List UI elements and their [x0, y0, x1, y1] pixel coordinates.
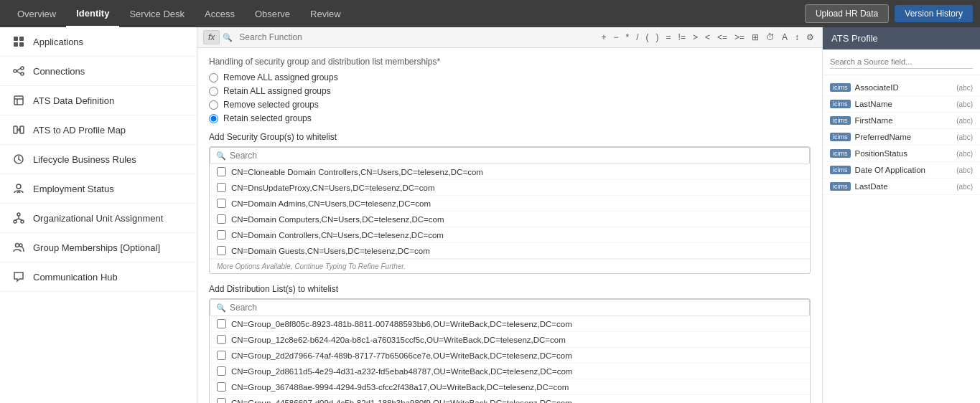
ats-field-type-3: (abc) — [956, 133, 973, 141]
employment-icon — [11, 181, 26, 196]
sidebar-item-lifecycle-business-rules[interactable]: Lifecycle Business Rules — [0, 145, 197, 174]
formula-gte[interactable]: >= — [732, 32, 747, 43]
dist-group-item: CN=Group_2d2d7966-74af-489b-8717-77b6506… — [210, 348, 810, 364]
security-search-input[interactable] — [230, 151, 803, 161]
sidebar-item-employment-status[interactable]: Employment Status — [0, 174, 197, 204]
sidebar-item-applications[interactable]: Applications — [0, 27, 197, 57]
nav-overview[interactable]: Overview — [7, 0, 66, 27]
ats-source-badge-0: icims — [830, 83, 851, 92]
ats-panel-header: ATS Profile — [823, 27, 980, 49]
formula-minus[interactable]: − — [612, 32, 621, 43]
ats-field-type-5: (abc) — [956, 166, 973, 174]
formula-open-paren[interactable]: ( — [644, 32, 651, 43]
upload-hr-data-button[interactable]: Upload HR Data — [805, 4, 889, 23]
ats-field-name-5: Date Of Application — [855, 166, 953, 174]
radio-remove-all-input[interactable] — [209, 73, 218, 82]
ats-field-type-0: (abc) — [956, 84, 973, 92]
security-group-check-3[interactable] — [217, 214, 226, 224]
security-search-icon: 🔍 — [216, 151, 226, 161]
nav-review[interactable]: Review — [300, 0, 351, 27]
svg-point-23 — [16, 244, 19, 247]
formula-divide[interactable]: / — [634, 32, 640, 43]
security-group-check-0[interactable] — [217, 167, 226, 176]
radio-retain-all-input[interactable] — [209, 87, 218, 96]
ats-field-row-0: icims AssociateID (abc) — [823, 80, 980, 96]
formula-text[interactable]: A — [780, 32, 790, 43]
formula-search-icon: 🔍 — [223, 33, 233, 42]
dist-group-item: CN=Group_367488ae-9994-4294-9d53-cfcc2f4… — [210, 379, 810, 395]
ats-source-badge-4: icims — [830, 149, 851, 158]
nav-service-desk[interactable]: Service Desk — [119, 0, 195, 27]
security-group-check-4[interactable] — [217, 230, 226, 240]
dist-group-check-2[interactable] — [217, 351, 226, 360]
security-group-text-5: CN=Domain Guests,CN=Users,DC=telesenz,DC… — [231, 247, 430, 255]
sidebar-item-group-memberships[interactable]: Group Memberships [Optional] — [0, 233, 197, 262]
radio-retain-all[interactable]: Retain ALL assigned groups — [209, 86, 811, 96]
sidebar-item-ats-data-definition[interactable]: ATS Data Definition — [0, 86, 197, 115]
dist-group-text-4: CN=Group_367488ae-9994-4294-9d53-cfcc2f4… — [231, 383, 569, 392]
formula-not-equals[interactable]: != — [676, 32, 688, 43]
version-history-button[interactable]: Version History — [895, 5, 973, 22]
formula-close-paren[interactable]: ) — [654, 32, 661, 43]
main-content: fx 🔍 + − * / ( ) = != > < <= >= ⊞ ⏱ A ↕ … — [197, 27, 822, 403]
dist-group-text-5: CN=Group_44586697-d09d-4c5b-82d1-188b3ba… — [231, 399, 572, 404]
ats-search-input[interactable] — [830, 55, 973, 69]
security-group-text-4: CN=Domain Controllers,CN=Users,DC=telese… — [231, 231, 444, 240]
svg-rect-12 — [14, 126, 17, 133]
security-group-text-1: CN=DnsUpdateProxy,CN=Users,DC=telesenz,D… — [231, 184, 435, 192]
content-body: Handling of security group and distribut… — [197, 48, 822, 403]
formula-plus[interactable]: + — [599, 32, 609, 43]
formula-sort[interactable]: ↕ — [793, 32, 801, 43]
sidebar-item-communication-hub[interactable]: Communication Hub — [0, 262, 197, 292]
security-group-item: CN=Domain Guests,CN=Users,DC=telesenz,DC… — [210, 243, 810, 259]
nav-access[interactable]: Access — [195, 0, 245, 27]
formula-input[interactable] — [239, 32, 596, 42]
radio-remove-selected[interactable]: Remove selected groups — [209, 100, 811, 110]
security-group-text-3: CN=Domain Computers,CN=Users,DC=telesenz… — [231, 215, 444, 224]
ats-field-name-1: LastName — [855, 100, 953, 108]
svg-point-18 — [14, 220, 17, 223]
radio-remove-all[interactable]: Remove ALL assigned groups — [209, 72, 811, 82]
formula-gt[interactable]: > — [691, 32, 700, 43]
ats-source-badge-1: icims — [830, 100, 851, 108]
radio-retain-selected-label: Retain selected groups — [223, 113, 312, 123]
dist-group-check-3[interactable] — [217, 366, 226, 376]
radio-remove-selected-label: Remove selected groups — [223, 100, 319, 110]
dist-search-input[interactable] — [230, 303, 803, 313]
security-group-item: CN=Domain Admins,CN=Users,DC=telesenz,DC… — [210, 196, 810, 212]
dist-group-check-4[interactable] — [217, 382, 226, 392]
formula-time[interactable]: ⏱ — [764, 32, 777, 43]
formula-lt[interactable]: < — [703, 32, 712, 43]
ats-field-name-2: FirstName — [855, 116, 953, 125]
svg-line-22 — [19, 219, 22, 220]
dist-search-icon: 🔍 — [216, 303, 226, 313]
dist-group-check-0[interactable] — [217, 319, 226, 328]
formula-grid[interactable]: ⊞ — [750, 32, 761, 43]
comms-icon — [11, 270, 26, 284]
formula-lte[interactable]: <= — [715, 32, 729, 43]
security-group-list: 🔍 CN=Cloneable Domain Controllers,CN=Use… — [209, 146, 811, 274]
security-group-check-5[interactable] — [217, 246, 226, 255]
distribution-list-label: Add Distribution List(s) to whitelist — [209, 284, 811, 294]
dist-group-check-5[interactable] — [217, 398, 226, 403]
security-group-check-2[interactable] — [217, 199, 226, 208]
radio-retain-selected[interactable]: Retain selected groups — [209, 113, 811, 123]
sidebar-item-ats-to-ad-profile-map[interactable]: ATS to AD Profile Map — [0, 115, 197, 145]
dist-group-check-1[interactable] — [217, 335, 226, 344]
sidebar-item-org-unit-assignment[interactable]: Organizational Unit Assignment — [0, 204, 197, 233]
ats-field-type-2: (abc) — [956, 117, 973, 125]
nav-observe[interactable]: Observe — [245, 0, 300, 27]
sidebar-label-applications: Applications — [33, 37, 83, 47]
ats-field-name-0: AssociateID — [855, 83, 953, 92]
sidebar-item-connections[interactable]: Connections — [0, 57, 197, 86]
radio-remove-selected-input[interactable] — [209, 100, 218, 110]
svg-line-7 — [17, 68, 21, 71]
formula-multiply[interactable]: * — [624, 32, 632, 43]
security-group-check-1[interactable] — [217, 183, 226, 192]
formula-equals[interactable]: = — [664, 32, 673, 43]
svg-point-17 — [17, 213, 20, 216]
nav-identity[interactable]: Identity — [66, 0, 119, 27]
formula-settings[interactable]: ⚙ — [804, 32, 816, 43]
radio-retain-selected-input[interactable] — [209, 114, 218, 123]
svg-point-4 — [14, 70, 17, 72]
